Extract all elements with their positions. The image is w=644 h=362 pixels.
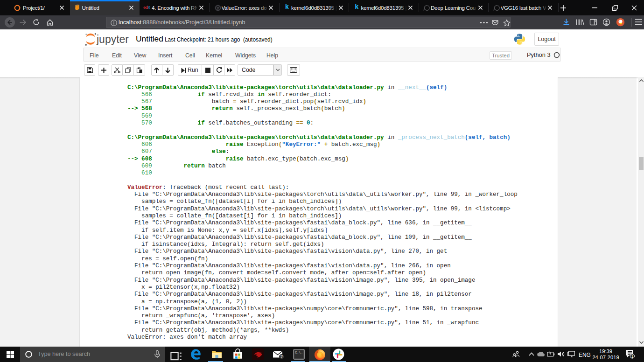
svg-text:C:\_: C:\_ [295,351,303,355]
svg-text:7: 7 [280,355,283,359]
svg-text:1: 1 [631,354,634,359]
